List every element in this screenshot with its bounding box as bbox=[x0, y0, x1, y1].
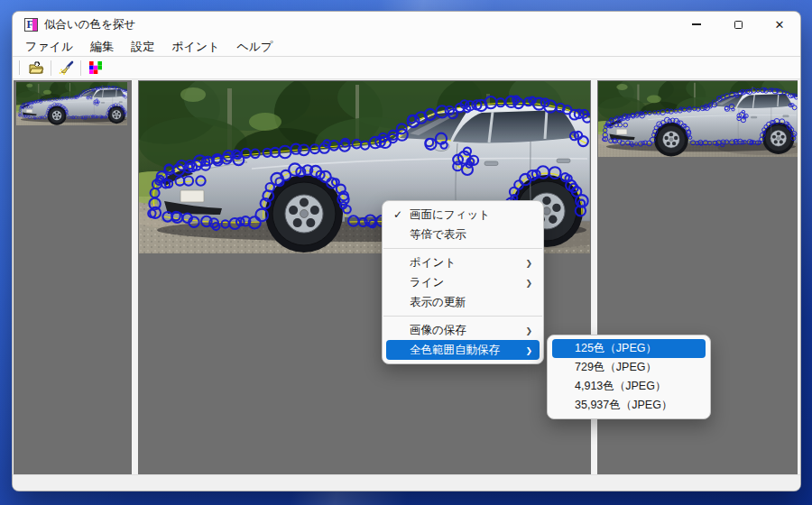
menu-item-point[interactable]: ポイント ❯ bbox=[386, 252, 540, 272]
checkmark-icon: ✓ bbox=[386, 208, 410, 221]
toolbar-separator bbox=[51, 60, 51, 76]
menu-separator bbox=[383, 248, 542, 249]
window-controls: ✕ bbox=[676, 12, 800, 37]
app-icon: F bbox=[24, 18, 38, 32]
color-grid-button[interactable] bbox=[85, 59, 106, 78]
maximize-icon bbox=[734, 21, 743, 29]
submenu-item-125-colors[interactable]: 125色（JPEG） bbox=[552, 339, 706, 358]
title-bar: F 似合いの色を探せ ✕ bbox=[13, 12, 800, 37]
submenu-chevron-icon: ❯ bbox=[525, 345, 532, 355]
menu-edit[interactable]: 編集 bbox=[84, 37, 120, 57]
submenu-chevron-icon: ❯ bbox=[525, 258, 532, 268]
brush-button[interactable] bbox=[55, 59, 77, 78]
paint-brush-icon bbox=[59, 60, 74, 75]
toolbar bbox=[13, 57, 800, 79]
submenu-item-729-colors[interactable]: 729色（JPEG） bbox=[552, 358, 706, 377]
menu-point[interactable]: ポイント bbox=[165, 37, 226, 57]
menu-item-fit-screen[interactable]: ✓ 画面にフィット bbox=[386, 205, 540, 225]
toolbar-separator bbox=[80, 60, 81, 76]
submenu-chevron-icon: ❯ bbox=[525, 326, 532, 335]
color-grid-icon bbox=[89, 61, 102, 74]
window-title: 似合いの色を探せ bbox=[44, 17, 135, 32]
minimize-button[interactable] bbox=[676, 12, 717, 37]
open-file-icon bbox=[29, 61, 44, 75]
submenu-chevron-icon: ❯ bbox=[525, 278, 532, 288]
menu-item-refresh-display[interactable]: 表示の更新 bbox=[386, 292, 540, 312]
left-thumbnail-image[interactable] bbox=[16, 82, 127, 125]
left-thumbnail-panel bbox=[14, 80, 132, 474]
submenu-item-35937-colors[interactable]: 35,937色（JPEG） bbox=[552, 396, 706, 415]
maximize-button[interactable] bbox=[717, 12, 759, 37]
menu-file[interactable]: ファイル bbox=[19, 37, 79, 57]
context-menu: ✓ 画面にフィット 等倍で表示 ポイント ❯ ライン ❯ 表示の更新 画像の保存… bbox=[382, 200, 544, 364]
menu-settings[interactable]: 設定 bbox=[125, 37, 161, 57]
submenu-item-4913-colors[interactable]: 4,913色（JPEG） bbox=[552, 377, 706, 396]
color-count-submenu: 125色（JPEG） 729色（JPEG） 4,913色（JPEG） 35,93… bbox=[547, 335, 711, 419]
menu-item-actual-size[interactable]: 等倍で表示 bbox=[386, 225, 540, 244]
menu-separator bbox=[383, 316, 542, 317]
toolbar-grip[interactable] bbox=[19, 60, 20, 75]
right-thumbnail-image[interactable] bbox=[598, 81, 798, 157]
menu-help[interactable]: ヘルプ bbox=[230, 37, 279, 57]
close-button[interactable]: ✕ bbox=[759, 12, 800, 37]
menu-item-line[interactable]: ライン ❯ bbox=[386, 272, 540, 292]
open-file-button[interactable] bbox=[25, 59, 47, 78]
menu-item-auto-save-all-colors[interactable]: 全色範囲自動保存 ❯ bbox=[386, 340, 540, 360]
menu-item-save-image[interactable]: 画像の保存 ❯ bbox=[386, 320, 540, 340]
app-icon-stripe bbox=[32, 19, 37, 31]
menu-bar: ファイル 編集 設定 ポイント ヘルプ bbox=[13, 37, 800, 57]
status-bar bbox=[13, 474, 800, 491]
close-icon: ✕ bbox=[775, 19, 785, 31]
minimize-icon bbox=[692, 23, 701, 24]
